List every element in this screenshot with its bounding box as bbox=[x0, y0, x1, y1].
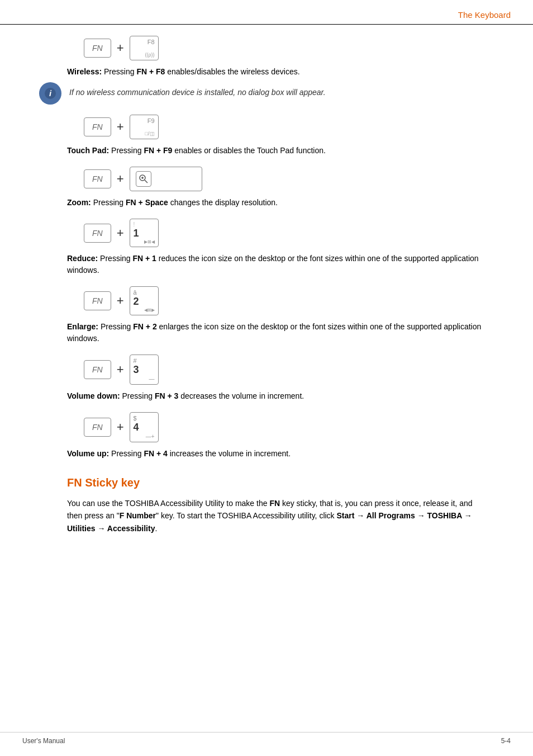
volume-down-key-combo: FN + # 3 — bbox=[84, 355, 488, 385]
page-header: The Keyboard bbox=[0, 0, 533, 25]
wireless-note: i If no wireless communication device is… bbox=[39, 82, 488, 105]
f8-label: F8 bbox=[147, 39, 155, 45]
plus-sign-enlarge: + bbox=[117, 294, 124, 308]
zoom-key-combo: FN + bbox=[84, 167, 488, 191]
enlarge-section: FN + ā 2 ◀⊠▶ Enlarge: Pressing FN + 2 en… bbox=[67, 286, 488, 344]
wireless-combo: FN + F8 bbox=[136, 67, 165, 76]
footer-right: 5-4 bbox=[501, 737, 511, 745]
fn-key-voldown: FN bbox=[84, 360, 111, 379]
f9-sub: □/◫ bbox=[145, 131, 155, 136]
zoom-label: Zoom: bbox=[67, 198, 91, 207]
f8-sub: ((ρ)) bbox=[145, 52, 154, 58]
key-2: ā 2 ◀⊠▶ bbox=[130, 286, 159, 315]
touchpad-combo: FN + F9 bbox=[144, 146, 172, 155]
fn-bold: FN bbox=[269, 499, 280, 508]
reduce-section: FN + ! 1 ▶⊠◀ Reduce: Pressing FN + 1 red… bbox=[67, 219, 488, 276]
key3-main: 3 bbox=[134, 364, 139, 376]
touchpad-label: Touch Pad: bbox=[67, 146, 109, 155]
touchpad-key-combo: FN + F9 □/◫ bbox=[84, 115, 488, 139]
key4-main: 4 bbox=[134, 422, 139, 433]
f9-key: F9 □/◫ bbox=[130, 115, 159, 139]
zoom-key bbox=[130, 167, 202, 191]
info-icon: i bbox=[39, 82, 61, 105]
reduce-description: Reduce: Pressing FN + 1 reduces the icon… bbox=[67, 253, 488, 276]
reduce-combo: FN + 1 bbox=[132, 254, 156, 263]
enlarge-key-combo: FN + ā 2 ◀⊠▶ bbox=[84, 286, 488, 315]
plus-sign-voldown: + bbox=[117, 362, 124, 377]
f-number-bold: F Number bbox=[120, 511, 156, 520]
page-content: FN + F8 ((ρ)) Wireless: Pressing FN + F8… bbox=[0, 25, 533, 557]
key-3: # 3 — bbox=[130, 355, 159, 385]
key4-sub: —+ bbox=[146, 433, 155, 440]
fn-sticky-title: FN Sticky key bbox=[67, 476, 488, 489]
touchpad-section: FN + F9 □/◫ Touch Pad: Pressing FN + F9 … bbox=[67, 115, 488, 157]
zoom-combo: FN + Space bbox=[126, 198, 168, 207]
volume-down-section: FN + # 3 — Volume down: Pressing FN + 3 … bbox=[67, 355, 488, 402]
f8-key: F8 ((ρ)) bbox=[130, 36, 159, 60]
wireless-key-combo: FN + F8 ((ρ)) bbox=[84, 36, 488, 60]
key3-symbol: # bbox=[134, 357, 137, 364]
fn-sticky-body: You can use the TOSHIBA Accessibility Ut… bbox=[67, 497, 488, 535]
footer-left: User's Manual bbox=[22, 737, 65, 745]
f9-label: F9 bbox=[147, 117, 155, 124]
key1-top: ! bbox=[134, 221, 135, 228]
fn-key-enlarge: FN bbox=[84, 291, 111, 310]
volume-up-key-combo: FN + $ 4 —+ bbox=[84, 412, 488, 442]
key-4: $ 4 —+ bbox=[130, 412, 159, 442]
svg-line-3 bbox=[145, 180, 147, 183]
fn-key-wireless: FN bbox=[84, 39, 111, 58]
enlarge-combo: FN + 2 bbox=[133, 322, 156, 331]
fn-key-touchpad: FN bbox=[84, 117, 111, 136]
plus-sign-volup: + bbox=[117, 420, 124, 434]
volume-down-label: Volume down: bbox=[67, 391, 120, 400]
volume-up-combo: FN + 4 bbox=[144, 449, 167, 458]
fn-key-zoom: FN bbox=[84, 169, 111, 188]
volume-down-description: Volume down: Pressing FN + 3 decreases t… bbox=[67, 390, 488, 402]
volume-up-description: Volume up: Pressing FN + 4 increases the… bbox=[67, 448, 488, 460]
enlarge-description: Enlarge: Pressing FN + 2 enlarges the ic… bbox=[67, 321, 488, 344]
volume-down-combo: FN + 3 bbox=[155, 391, 178, 400]
enlarge-label: Enlarge: bbox=[67, 322, 98, 331]
reduce-label: Reduce: bbox=[67, 254, 98, 263]
key1-sub: ▶⊠◀ bbox=[144, 239, 155, 244]
wireless-note-text: If no wireless communication device is i… bbox=[69, 82, 326, 98]
plus-sign-wireless: + bbox=[117, 41, 124, 55]
fn-key-volup: FN bbox=[84, 418, 111, 437]
wireless-section: FN + F8 ((ρ)) Wireless: Pressing FN + F8… bbox=[67, 36, 488, 105]
plus-sign-reduce: + bbox=[117, 226, 124, 240]
key2-main: 2 bbox=[134, 296, 139, 308]
plus-sign-touchpad: + bbox=[117, 120, 124, 134]
wireless-label: Wireless: bbox=[67, 67, 102, 76]
touchpad-description: Touch Pad: Pressing FN + F9 enables or d… bbox=[67, 145, 488, 157]
key2-sub: ◀⊠▶ bbox=[144, 308, 155, 313]
key2-symbol: ā bbox=[134, 289, 137, 296]
key-1: ! 1 ▶⊠◀ bbox=[130, 219, 159, 247]
zoom-section: FN + Zoom: Pressing FN + Space changes t… bbox=[67, 167, 488, 209]
key1-main: 1 bbox=[134, 228, 139, 239]
page-footer: User's Manual 5-4 bbox=[0, 732, 533, 745]
reduce-key-combo: FN + ! 1 ▶⊠◀ bbox=[84, 219, 488, 247]
key3-sub: — bbox=[149, 376, 155, 382]
wireless-description: Wireless: Pressing FN + F8 enables/disab… bbox=[67, 66, 488, 78]
zoom-description: Zoom: Pressing FN + Space changes the di… bbox=[67, 197, 488, 209]
volume-up-section: FN + $ 4 —+ Volume up: Pressing FN + 4 i… bbox=[67, 412, 488, 460]
fn-key-reduce: FN bbox=[84, 224, 111, 243]
zoom-icon bbox=[136, 171, 151, 187]
fn-sticky-section: FN Sticky key You can use the TOSHIBA Ac… bbox=[67, 476, 488, 535]
plus-sign-zoom: + bbox=[117, 172, 124, 186]
key4-symbol: $ bbox=[134, 415, 137, 422]
volume-up-label: Volume up: bbox=[67, 449, 109, 458]
header-title: The Keyboard bbox=[458, 10, 511, 20]
